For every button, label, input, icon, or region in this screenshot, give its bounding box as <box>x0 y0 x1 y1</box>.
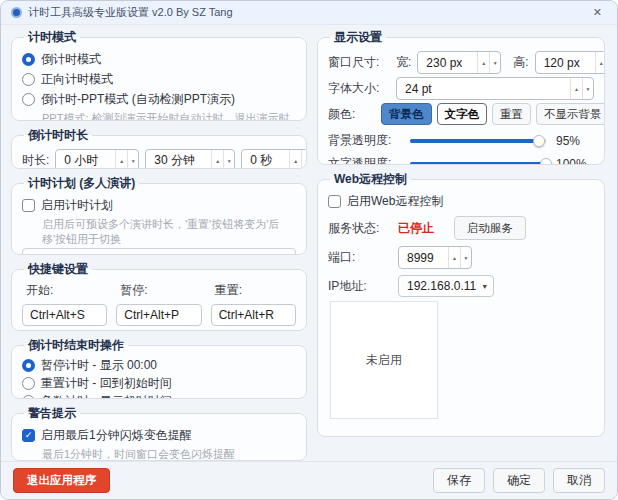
spinner-down-icon[interactable]: ▼ <box>223 150 234 169</box>
slider-thumb[interactable] <box>540 158 552 166</box>
no-background-button[interactable]: 不显示背景 <box>536 103 605 125</box>
spinner-up-icon[interactable]: ▲ <box>449 247 460 268</box>
port-row: 端口: 8999 ▲ ▼ <box>328 246 594 269</box>
radio-pause-on-end[interactable]: 暂停计时 - 显示 00:00 <box>22 357 296 374</box>
checkbox-label: 启用最后1分钟闪烁变色提醒 <box>41 427 192 444</box>
qr-placeholder-text: 未启用 <box>366 352 402 369</box>
configure-plan-button[interactable]: 配置计时计划... <box>22 248 296 255</box>
hours-spinner[interactable]: 0 小时 ▲ ▼ <box>55 149 139 169</box>
radio-countdown-mode[interactable]: 倒计时模式 <box>22 51 296 68</box>
checkbox-icon <box>22 199 35 212</box>
hotkey-reset-input[interactable]: Ctrl+Alt+R <box>211 304 296 326</box>
spinner-buttons: ▲ ▼ <box>595 52 605 73</box>
text-opacity-row: 文字透明度: 100% <box>328 155 594 165</box>
spinner-down-icon[interactable]: ▼ <box>460 247 471 268</box>
timing-plan-title: 计时计划 (多人演讲) <box>24 175 139 192</box>
enable-flash-checkbox[interactable]: ✓ 启用最后1分钟闪烁变色提醒 <box>22 427 296 444</box>
bg-opacity-slider[interactable] <box>410 139 546 143</box>
bg-opacity-value: 95% <box>556 134 594 148</box>
exit-app-button[interactable]: 退出应用程序 <box>13 468 110 493</box>
spinner-buttons: ▲ ▼ <box>211 150 234 169</box>
checkbox-icon <box>328 195 341 208</box>
radio-negative-on-end[interactable]: 负数计时 - 显示超时时间 <box>22 393 296 399</box>
content: 计时模式 倒计时模式 正向计时模式 倒计时-PPT模式 (自动检测PPT演示) … <box>11 29 605 459</box>
minutes-spinner[interactable]: 30 分钟 ▲ ▼ <box>145 149 235 169</box>
spinner-buttons: ▲ ▼ <box>477 52 500 73</box>
radio-selected-icon <box>22 53 35 66</box>
hotkey-start: 开始: Ctrl+Alt+S <box>22 280 107 326</box>
spinner-down-icon[interactable]: ▼ <box>301 150 307 169</box>
checkbox-label: 启用Web远程控制 <box>347 193 443 210</box>
window-title: 计时工具高级专业版设置 v2.0 By SZ Tang <box>28 5 233 20</box>
display-settings-group: 显示设置 窗口尺寸: 宽: 230 px ▲ ▼ 高: 120 px <box>317 29 605 165</box>
slider-fill <box>410 139 539 143</box>
radio-selected-icon <box>22 359 35 372</box>
end-action-group: 倒计时结束时操作 暂停计时 - 显示 00:00 重置计时 - 回到初始时间 负… <box>11 337 307 399</box>
enable-web-remote-checkbox[interactable]: 启用Web远程控制 <box>328 193 594 210</box>
cancel-button[interactable]: 取消 <box>553 468 605 493</box>
ip-select[interactable]: 192.168.0.11 ▼ <box>398 275 494 297</box>
spinner-buttons: ▲ ▼ <box>448 247 471 268</box>
service-status-label: 服务状态: <box>328 220 392 237</box>
window-size-label: 窗口尺寸: <box>328 54 390 71</box>
slider-thumb[interactable] <box>533 135 545 147</box>
duration-label: 时长: <box>22 152 49 169</box>
ip-value: 192.168.0.11 <box>407 279 476 293</box>
window-size-row: 窗口尺寸: 宽: 230 px ▲ ▼ 高: 120 px ▲ <box>328 51 594 74</box>
hotkey-start-input[interactable]: Ctrl+Alt+S <box>22 304 107 326</box>
height-spinner[interactable]: 120 px ▲ ▼ <box>535 51 605 74</box>
timing-plan-group: 计时计划 (多人演讲) 启用计时计划 启用后可预设多个演讲时长，'重置'按钮将变… <box>11 175 307 255</box>
radio-label: 正向计时模式 <box>41 71 113 88</box>
timing-plan-note: 启用后可预设多个演讲时长，'重置'按钮将变为'后移'按钮用于切换 <box>22 217 296 247</box>
text-color-button[interactable]: 文字色 <box>437 103 488 125</box>
port-label: 端口: <box>328 249 392 266</box>
warning-group: 警告提示 ✓ 启用最后1分钟闪烁变色提醒 最后1分钟时，时间窗口会变色闪烁提醒 <box>11 405 307 461</box>
ppt-mode-note: PPT模式: 检测到演示开始时自动计时，退出演示时自动暂停 <box>22 111 296 121</box>
reset-color-button[interactable]: 重置 <box>492 103 531 125</box>
radio-ppt-mode[interactable]: 倒计时-PPT模式 (自动检测PPT演示) <box>22 91 296 108</box>
hours-value: 0 小时 <box>56 150 115 169</box>
font-size-spinner[interactable]: 24 pt ▲ ▼ <box>396 77 594 100</box>
left-column: 计时模式 倒计时模式 正向计时模式 倒计时-PPT模式 (自动检测PPT演示) … <box>11 29 307 459</box>
spinner-up-icon[interactable]: ▲ <box>478 52 489 73</box>
web-remote-title: Web远程控制 <box>330 171 411 188</box>
start-service-button[interactable]: 启动服务 <box>454 216 526 240</box>
spinner-down-icon[interactable]: ▼ <box>489 52 500 73</box>
radio-forward-mode[interactable]: 正向计时模式 <box>22 71 296 88</box>
minutes-value: 30 分钟 <box>146 150 211 169</box>
hotkey-pause-input[interactable]: Ctrl+Alt+P <box>116 304 201 326</box>
radio-label: 倒计时模式 <box>41 51 101 68</box>
spinner-up-icon[interactable]: ▲ <box>290 150 301 169</box>
service-status-row: 服务状态: 已停止 启动服务 <box>328 216 594 240</box>
height-label: 高: <box>513 54 528 71</box>
text-opacity-slider[interactable] <box>410 162 546 166</box>
save-button[interactable]: 保存 <box>433 468 485 493</box>
width-spinner[interactable]: 230 px ▲ ▼ <box>417 51 501 74</box>
timing-mode-group: 计时模式 倒计时模式 正向计时模式 倒计时-PPT模式 (自动检测PPT演示) … <box>11 29 307 121</box>
font-size-label: 字体大小: <box>328 80 390 97</box>
spinner-down-icon[interactable]: ▼ <box>582 78 593 99</box>
ok-button[interactable]: 确定 <box>493 468 545 493</box>
spinner-buttons: ▲ ▼ <box>570 78 593 99</box>
spinner-down-icon[interactable]: ▼ <box>127 150 138 169</box>
port-spinner[interactable]: 8999 ▲ ▼ <box>398 246 472 269</box>
spinner-up-icon[interactable]: ▲ <box>116 150 127 169</box>
chevron-down-icon: ▼ <box>481 283 488 290</box>
hotkey-pause: 暂停: Ctrl+Alt+P <box>116 280 201 326</box>
seconds-spinner[interactable]: 0 秒 ▲ ▼ <box>241 149 307 169</box>
radio-reset-on-end[interactable]: 重置计时 - 回到初始时间 <box>22 375 296 392</box>
bg-color-button[interactable]: 背景色 <box>381 103 432 125</box>
spinner-up-icon[interactable]: ▲ <box>571 78 582 99</box>
enable-plan-checkbox[interactable]: 启用计时计划 <box>22 197 296 214</box>
width-label: 宽: <box>396 54 411 71</box>
spinner-up-icon[interactable]: ▲ <box>212 150 223 169</box>
close-icon[interactable]: ✕ <box>588 5 607 20</box>
qr-code-placeholder: 未启用 <box>330 301 438 419</box>
settings-dialog: 计时工具高级专业版设置 v2.0 By SZ Tang ✕ 计时模式 倒计时模式… <box>0 0 618 500</box>
radio-label: 负数计时 - 显示超时时间 <box>41 393 172 399</box>
radio-icon <box>22 93 35 106</box>
hotkey-reset-label: 重置: <box>211 282 296 299</box>
radio-icon <box>22 395 35 399</box>
spinner-up-icon[interactable]: ▲ <box>596 52 605 73</box>
hotkeys-grid: 开始: Ctrl+Alt+S 暂停: Ctrl+Alt+P 重置: Ctrl+A… <box>22 280 296 326</box>
